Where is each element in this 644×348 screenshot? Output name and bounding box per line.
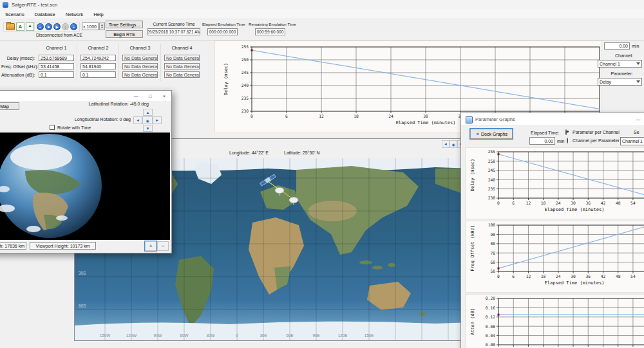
open-scenario-icon[interactable]	[6, 23, 15, 30]
minimize-button[interactable]: —	[632, 115, 644, 123]
svg-text:6: 6	[512, 201, 515, 205]
menu-database[interactable]: Database	[30, 10, 61, 19]
speed-multiplier-field[interactable]: x 1000	[82, 23, 99, 30]
param-channel-select[interactable]: Channel 1	[620, 137, 644, 145]
close-button[interactable]: ×	[158, 92, 170, 100]
svg-text:230: 230	[242, 109, 249, 113]
map-prev-button[interactable]: ◄	[442, 140, 450, 148]
freq-ch1-field[interactable]: 53.41458	[39, 63, 74, 69]
chart-time-unit: min	[632, 44, 639, 48]
viewport-width-field: h: 17636 km	[0, 242, 26, 250]
globe-view[interactable]	[0, 133, 170, 240]
minimize-button[interactable]: —	[130, 92, 142, 100]
rotate-up-button[interactable]: ▲	[143, 109, 153, 116]
parameter-per-channel-radio[interactable]	[565, 129, 567, 135]
parameter-graphs-window: Parameter Graphs — ◄ Dock Graphs Elapsed…	[460, 113, 644, 348]
maximize-button[interactable]: □	[144, 92, 156, 100]
menu-help[interactable]: Help	[88, 10, 108, 19]
dock-icon	[466, 116, 473, 124]
skip-start-button[interactable]: «	[37, 23, 44, 30]
svg-text:235: 235	[488, 187, 496, 191]
svg-text:230: 230	[488, 196, 496, 200]
menu-network[interactable]: Network	[61, 10, 89, 19]
rotate-with-time-checkbox[interactable]	[50, 125, 55, 130]
speed-spinner[interactable]: ▴ ▾	[99, 23, 105, 30]
rotate-left-button[interactable]: ◄	[133, 116, 142, 124]
time-settings-button[interactable]: Time Settings...	[106, 21, 143, 28]
svg-text:70: 70	[490, 251, 495, 255]
delay-ch1-field[interactable]: 253.6768689	[39, 55, 74, 61]
parameter-select[interactable]: Delay	[598, 78, 642, 86]
delay-ch4-field: No Data Generated	[164, 55, 200, 61]
svg-text:60W: 60W	[180, 333, 189, 338]
begin-rte-button[interactable]: Begin RTE	[106, 30, 143, 38]
freq-ch4-field: No Data Generated	[164, 63, 200, 69]
svg-text:18: 18	[354, 114, 359, 118]
scenario-time-field: 09/25/2018 10:37:07.621 AM	[147, 28, 200, 35]
channel-select[interactable]: Channel 1	[598, 60, 642, 68]
rotate-with-time-label: Rotate with Time	[57, 125, 91, 130]
globe-window-title-bar[interactable]: — □ ×	[0, 91, 171, 101]
rotate-right-button[interactable]: ►	[153, 116, 162, 124]
delay-graph-panel: 06121824303642485460230235240245250255El…	[465, 147, 644, 219]
svg-text:245: 245	[488, 168, 496, 172]
pause-button[interactable]: ∥	[62, 23, 69, 30]
param-atten-chart: 061218243036424854600.000.040.080.120.16…	[466, 295, 644, 348]
svg-text:235: 235	[242, 96, 249, 100]
elapsed-time-field[interactable]: 0.00	[529, 137, 555, 145]
dock-graphs-button[interactable]: ◄ Dock Graphs	[470, 129, 513, 139]
chart-time-field[interactable]: 0.00	[604, 42, 630, 50]
scenario-time-label: Current Scenario Time	[147, 22, 201, 26]
map-recenter-button[interactable]: ◉	[450, 140, 457, 148]
menu-bar: Scenario Database Network Help	[0, 10, 644, 19]
svg-text:0.12: 0.12	[486, 315, 495, 319]
svg-text:Freq Offset (kHz): Freq Offset (kHz)	[470, 225, 475, 271]
atten-ch4-field: No Data Generated	[164, 71, 200, 78]
svg-text:30: 30	[423, 114, 428, 118]
svg-text:80: 80	[490, 241, 495, 246]
atten-graph-panel: 061218243036424854600.000.040.080.120.16…	[465, 294, 644, 348]
spin-down-icon[interactable]: ▾	[101, 26, 102, 29]
row-label-atten: Attenuation (dB):	[1, 73, 35, 77]
map-view-button[interactable]: Map	[0, 102, 19, 110]
rotate-down-button[interactable]: ▼	[143, 125, 153, 132]
channel-per-parameter-radio[interactable]	[567, 138, 568, 143]
skip-end-button[interactable]: »	[70, 23, 77, 30]
param-graphs-title: Parameter Graphs	[475, 116, 515, 122]
tree-tool-icon[interactable]: ▲	[26, 23, 34, 31]
atten-ch2-field[interactable]: 0.1	[80, 71, 116, 78]
parameter-select-label: Parameter:	[599, 71, 633, 76]
elapsed-time-field: 000:00:00.000	[207, 28, 238, 35]
svg-text:24: 24	[388, 114, 393, 118]
svg-text:150E: 150E	[365, 333, 374, 338]
freq-ch2-field[interactable]: 54.81940	[80, 63, 116, 69]
svg-text:0: 0	[251, 114, 253, 118]
svg-text:0.20: 0.20	[486, 296, 495, 300]
svg-text:60: 60	[490, 260, 495, 264]
play-button[interactable]: ▶	[53, 23, 61, 30]
zoom-out-button[interactable]: −	[157, 241, 169, 251]
chevron-down-icon	[636, 80, 640, 83]
atten-ch1-field[interactable]: 0.1	[39, 71, 74, 78]
file-tool-group: A ▲	[3, 22, 37, 32]
svg-text:30E: 30E	[260, 333, 267, 338]
window-title: SatgenRTE - test.scn	[12, 2, 57, 8]
param-graphs-title-bar[interactable]: Parameter Graphs —	[461, 113, 644, 125]
dock-graphs-label: Dock Graphs	[481, 132, 507, 136]
title-bar: SatgenRTE - test.scn	[0, 0, 644, 10]
svg-text:100: 100	[488, 223, 496, 227]
channel-select-value: Channel 1	[600, 62, 620, 66]
menu-scenario[interactable]: Scenario	[0, 10, 30, 19]
svg-text:24: 24	[556, 274, 561, 279]
column-divider	[118, 44, 119, 81]
channel-select-label: Channel:	[599, 53, 633, 58]
rotate-center-button[interactable]: ◉	[142, 116, 153, 124]
svg-text:255: 255	[242, 44, 249, 49]
ace-tool-icon[interactable]: A	[16, 23, 24, 31]
stop-button[interactable]: ■	[45, 23, 52, 30]
svg-text:Atten (dB): Atten (dB)	[470, 308, 475, 335]
freq-ch3-field: No Data Generated	[122, 63, 158, 69]
svg-text:255: 255	[488, 149, 496, 154]
zoom-in-button[interactable]: +	[145, 241, 156, 251]
delay-ch2-field[interactable]: 254.7249242	[80, 55, 116, 61]
